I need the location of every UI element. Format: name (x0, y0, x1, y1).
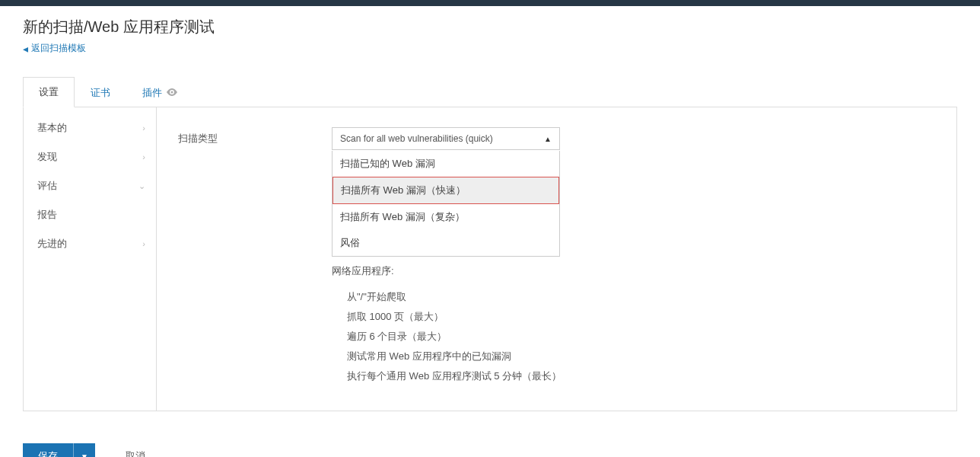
tab-plugins[interactable]: 插件 (126, 77, 193, 107)
page-title: 新的扫描/Web 应用程序测试 (23, 17, 957, 37)
tab-credentials[interactable]: 证书 (75, 77, 126, 107)
tab-row: 设置 证书 插件 (23, 76, 957, 107)
list-item: 抓取 1000 页（最大） (347, 307, 935, 327)
sidebar-item-label: 先进的 (37, 237, 67, 251)
scan-type-control: Scan for all web vulnerabilities (quick)… (332, 127, 560, 150)
save-button[interactable]: 保存 (23, 443, 73, 457)
sidebar-item-label: 发现 (37, 150, 57, 164)
tab-label: 设置 (39, 85, 59, 99)
sidebar-item-discovery[interactable]: 发现 › (24, 142, 156, 171)
save-dropdown-button[interactable]: ▼ (73, 443, 95, 457)
sidebar-item-basic[interactable]: 基本的 › (24, 113, 156, 142)
footer-actions: 保存 ▼ 取消 (23, 443, 957, 457)
tab-label: 插件 (142, 86, 162, 100)
scan-type-label: 扫描类型 (178, 127, 332, 145)
list-item: 测试常用 Web 应用程序中的已知漏洞 (347, 347, 935, 366)
sidebar-item-label: 评估 (37, 179, 57, 193)
chevron-right-icon: › (142, 123, 145, 133)
back-link-label: 返回扫描模板 (31, 42, 86, 55)
cancel-link[interactable]: 取消 (126, 449, 145, 457)
list-item: 遍历 6 个目录（最大） (347, 327, 935, 347)
sidebar-item-assessment[interactable]: 评估 ⌄ (24, 171, 156, 200)
list-item: 执行每个通用 Web 应用程序测试 5 分钟（最长） (347, 366, 935, 386)
dropdown-option-custom[interactable]: 风俗 (332, 230, 559, 256)
sidebar-item-label: 基本的 (37, 121, 67, 135)
caret-up-icon: ▲ (544, 135, 552, 143)
page-container: 新的扫描/Web 应用程序测试 ◂ 返回扫描模板 设置 证书 插件 基本的 › … (0, 6, 980, 457)
list-item: 从"/"开始爬取 (347, 287, 935, 307)
chevron-down-icon: ⌄ (138, 181, 145, 191)
save-button-group: 保存 ▼ (23, 443, 95, 457)
dropdown-option-complex[interactable]: 扫描所有 Web 漏洞（复杂） (332, 204, 559, 230)
content-panel: 扫描类型 Scan for all web vulnerabilities (q… (157, 107, 956, 411)
scan-type-select[interactable]: Scan for all web vulnerabilities (quick)… (332, 127, 560, 150)
sidebar-item-label: 报告 (37, 208, 57, 222)
scan-type-row: 扫描类型 Scan for all web vulnerabilities (q… (178, 127, 935, 150)
tab-settings[interactable]: 设置 (23, 77, 75, 107)
sidebar-item-advanced[interactable]: 先进的 › (24, 229, 156, 258)
main-area: 基本的 › 发现 › 评估 ⌄ 报告 先进的 › 扫描类型 (23, 107, 957, 411)
dropdown-option-known[interactable]: 扫描已知的 Web 漏洞 (332, 151, 559, 177)
web-app-heading: 网络应用程序: (332, 264, 935, 278)
eye-icon (167, 87, 177, 98)
web-app-list: 从"/"开始爬取 抓取 1000 页（最大） 遍历 6 个目录（最大） 测试常用… (347, 287, 935, 386)
top-bar (0, 0, 980, 6)
back-to-templates-link[interactable]: ◂ 返回扫描模板 (23, 42, 86, 55)
settings-sidebar: 基本的 › 发现 › 评估 ⌄ 报告 先进的 › (24, 107, 157, 411)
chevron-right-icon: › (142, 152, 145, 161)
sidebar-item-reports[interactable]: 报告 (24, 200, 156, 229)
scan-type-dropdown: 扫描已知的 Web 漏洞 扫描所有 Web 漏洞（快速） 扫描所有 Web 漏洞… (332, 151, 560, 257)
select-value: Scan for all web vulnerabilities (quick) (340, 133, 493, 144)
dropdown-option-quick[interactable]: 扫描所有 Web 漏洞（快速） (332, 177, 559, 204)
tab-label: 证书 (91, 86, 110, 100)
caret-down-icon: ▼ (81, 452, 88, 458)
chevron-right-icon: › (142, 239, 145, 248)
chevron-left-icon: ◂ (23, 43, 28, 54)
